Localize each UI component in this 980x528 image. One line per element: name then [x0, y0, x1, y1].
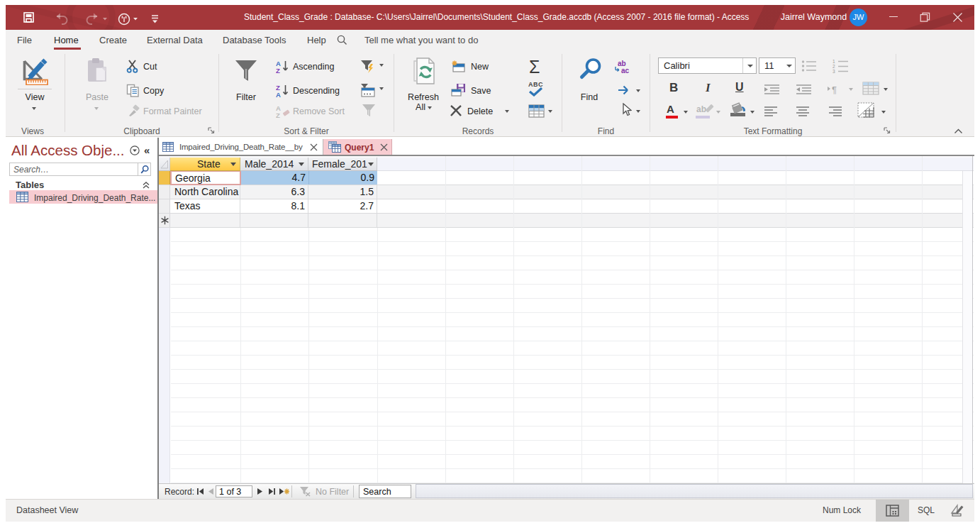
svg-text:¶: ¶: [832, 84, 837, 95]
svg-text:Z: Z: [276, 111, 280, 119]
svg-text:1: 1: [833, 59, 835, 64]
svg-text:ac: ac: [621, 67, 630, 75]
svg-text:A: A: [276, 90, 281, 97]
svg-text:Z: Z: [276, 67, 280, 74]
svg-text:3: 3: [833, 69, 835, 73]
svg-text:2: 2: [833, 64, 835, 69]
